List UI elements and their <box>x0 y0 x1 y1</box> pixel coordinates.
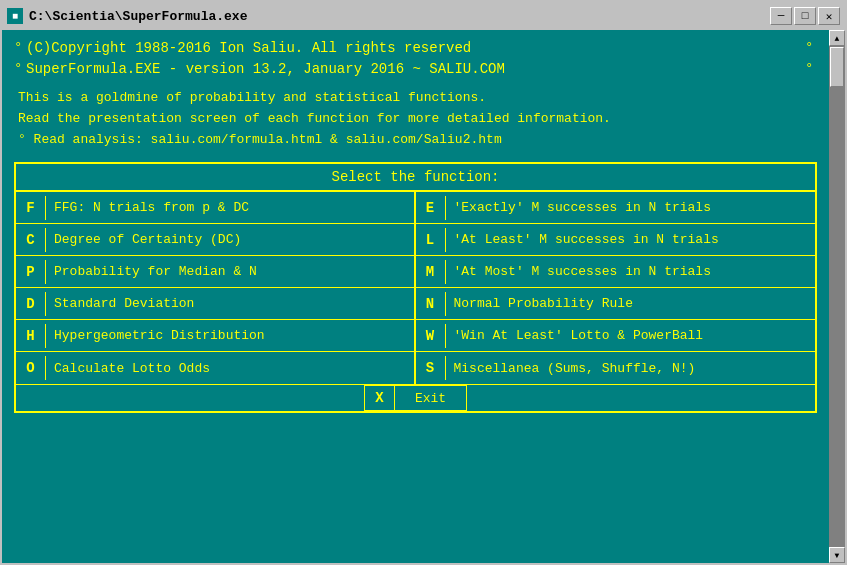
title-bar: ■ C:\Scientia\SuperFormula.exe ─ □ ✕ <box>2 2 845 30</box>
menu-item-h[interactable]: H Hypergeometric Distribution <box>16 320 414 352</box>
menu-item-n[interactable]: N Normal Probability Rule <box>416 288 816 320</box>
menu-item-d[interactable]: D Standard Deviation <box>16 288 414 320</box>
menu-key-l: L <box>416 228 446 252</box>
menu-grid: F FFG: N trials from p & DC C Degree of … <box>16 192 815 384</box>
menu-item-e[interactable]: E 'Exactly' M successes in N trials <box>416 192 816 224</box>
menu-key-n: N <box>416 292 446 316</box>
menu-label-o: Calculate Lotto Odds <box>46 357 414 380</box>
content-area: ° (C)Copyright 1988-2016 Ion Saliu. All … <box>2 30 845 563</box>
corner-dot-3: ° <box>14 59 26 80</box>
menu-item-m[interactable]: M 'At Most' M successes in N trials <box>416 256 816 288</box>
menu-label-l: 'At Least' M successes in N trials <box>446 228 816 251</box>
header-line-1: ° (C)Copyright 1988-2016 Ion Saliu. All … <box>14 38 817 59</box>
info-line-2: Read the presentation screen of each fun… <box>18 109 817 130</box>
window-controls: ─ □ ✕ <box>770 7 840 25</box>
menu-label-m: 'At Most' M successes in N trials <box>446 260 816 283</box>
menu-item-l[interactable]: L 'At Least' M successes in N trials <box>416 224 816 256</box>
menu-item-s[interactable]: S Miscellanea (Sums, Shuffle, N!) <box>416 352 816 384</box>
header-section: ° (C)Copyright 1988-2016 Ion Saliu. All … <box>14 38 817 80</box>
menu-label-x: Exit <box>395 387 466 410</box>
scroll-thumb[interactable] <box>830 47 844 87</box>
exit-row: X Exit <box>16 384 815 411</box>
menu-key-w: W <box>416 324 446 348</box>
menu-right-col: E 'Exactly' M successes in N trials L 'A… <box>416 192 816 384</box>
scroll-up-button[interactable]: ▲ <box>829 30 845 46</box>
menu-key-d: D <box>16 292 46 316</box>
menu-label-c: Degree of Certainty (DC) <box>46 228 414 251</box>
info-line-1: This is a goldmine of probability and st… <box>18 88 817 109</box>
menu-item-f[interactable]: F FFG: N trials from p & DC <box>16 192 414 224</box>
corner-dot-1: ° <box>14 38 26 59</box>
menu-header: Select the function: <box>16 164 815 192</box>
menu-key-p: P <box>16 260 46 284</box>
menu-label-w: 'Win At Least' Lotto & PowerBall <box>446 324 816 347</box>
menu-key-f: F <box>16 196 46 220</box>
menu-label-s: Miscellanea (Sums, Shuffle, N!) <box>446 357 816 380</box>
menu-item-o[interactable]: O Calculate Lotto Odds <box>16 352 414 384</box>
menu-key-x: X <box>365 386 395 410</box>
version-text: SuperFormula.EXE - version 13.2, January… <box>26 59 505 80</box>
menu-item-c[interactable]: C Degree of Certainty (DC) <box>16 224 414 256</box>
corner-dot-2: ° <box>805 38 817 59</box>
scrollbar: ▲ ▼ <box>829 30 845 563</box>
info-line-3: ° Read analysis: saliu.com/formula.html … <box>18 130 817 151</box>
menu-label-p: Probability for Median & N <box>46 260 414 283</box>
scroll-down-button[interactable]: ▼ <box>829 547 845 563</box>
terminal-content: ° (C)Copyright 1988-2016 Ion Saliu. All … <box>2 30 829 563</box>
menu-item-p[interactable]: P Probability for Median & N <box>16 256 414 288</box>
menu-label-h: Hypergeometric Distribution <box>46 324 414 347</box>
window-title: C:\Scientia\SuperFormula.exe <box>29 9 770 24</box>
main-window: ■ C:\Scientia\SuperFormula.exe ─ □ ✕ ° (… <box>0 0 847 565</box>
close-button[interactable]: ✕ <box>818 7 840 25</box>
minimize-button[interactable]: ─ <box>770 7 792 25</box>
menu-left-col: F FFG: N trials from p & DC C Degree of … <box>16 192 416 384</box>
menu-key-m: M <box>416 260 446 284</box>
header-line-2: ° SuperFormula.EXE - version 13.2, Janua… <box>14 59 817 80</box>
info-section: This is a goldmine of probability and st… <box>14 88 817 150</box>
menu-label-n: Normal Probability Rule <box>446 292 816 315</box>
menu-key-h: H <box>16 324 46 348</box>
menu-item-w[interactable]: W 'Win At Least' Lotto & PowerBall <box>416 320 816 352</box>
menu-key-s: S <box>416 356 446 380</box>
scroll-track <box>829 46 845 547</box>
menu-key-c: C <box>16 228 46 252</box>
menu-label-d: Standard Deviation <box>46 292 414 315</box>
menu-label-f: FFG: N trials from p & DC <box>46 196 414 219</box>
corner-dot-4: ° <box>805 59 817 80</box>
menu-key-e: E <box>416 196 446 220</box>
menu-label-e: 'Exactly' M successes in N trials <box>446 196 816 219</box>
copyright-text: (C)Copyright 1988-2016 Ion Saliu. All ri… <box>26 38 471 59</box>
menu-item-x[interactable]: X Exit <box>364 385 467 411</box>
window-icon: ■ <box>7 8 23 24</box>
menu-key-o: O <box>16 356 46 380</box>
menu-table: Select the function: F FFG: N trials fro… <box>14 162 817 413</box>
maximize-button[interactable]: □ <box>794 7 816 25</box>
